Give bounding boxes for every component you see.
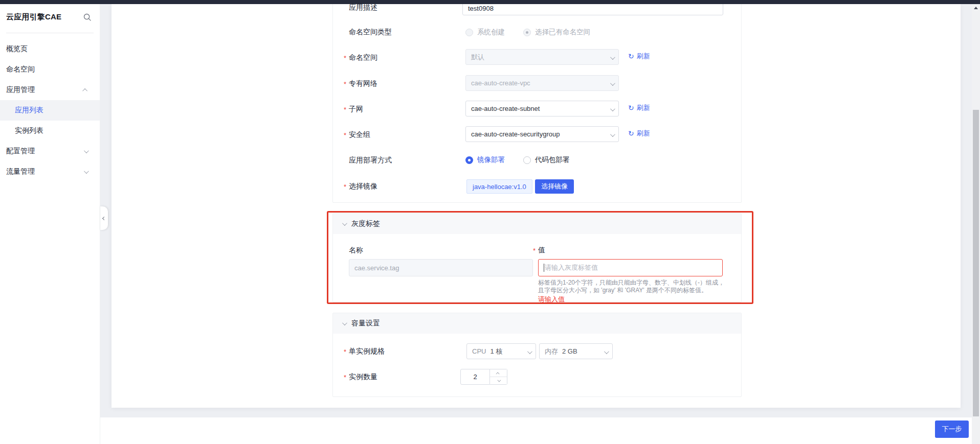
capacity-section-header[interactable]: 容量设置	[333, 313, 741, 334]
radio-label-system-create: 系统创建	[477, 28, 505, 37]
security-group-select[interactable]: cae-auto-create-securitygroup	[465, 126, 619, 142]
namespace-refresh-link[interactable]: ↻ 刷新	[628, 52, 650, 61]
field-label-security-group: 安全组	[349, 130, 370, 139]
subnet-select-value: cae-auto-create-subnet	[471, 105, 540, 112]
memory-prefix: 内存	[545, 347, 558, 356]
chevron-up-icon	[82, 88, 87, 93]
gray-value-input[interactable]: 请输入灰度标签值	[538, 259, 723, 276]
sidebar-item-label: 应用管理	[6, 85, 35, 95]
vpc-select[interactable]: cae-auto-create-vpc	[465, 75, 619, 91]
gray-label-section-header[interactable]: 灰度标签	[333, 214, 741, 234]
instance-count-value: 2	[473, 373, 477, 381]
chevron-down-icon	[342, 320, 347, 325]
gray-value-error: 请输入值	[538, 295, 565, 304]
sidebar-item-namespace[interactable]: 命名空间	[0, 59, 100, 80]
sidebar-item-overview[interactable]: 概览页	[0, 39, 100, 59]
sidebar-item-instance-list[interactable]: 实例列表	[0, 121, 100, 141]
radio-label-image-deploy: 镜像部署	[477, 155, 505, 165]
chevron-down-icon	[527, 349, 532, 354]
sidebar-menu: 概览页 命名空间 应用管理 应用列表 实例列表 配置管理 流量管理	[0, 39, 100, 182]
sidebar-item-config-management[interactable]: 配置管理	[0, 141, 100, 161]
radio-image-deploy[interactable]	[465, 156, 473, 164]
text-cursor	[544, 264, 544, 272]
chevron-down-icon	[342, 221, 347, 226]
field-label-subnet: 子网	[349, 105, 363, 114]
chevron-up-icon	[496, 372, 500, 376]
sidebar-item-label: 配置管理	[6, 147, 35, 156]
sidebar-item-app-list[interactable]: 应用列表	[0, 100, 100, 121]
chevron-left-icon	[102, 216, 106, 220]
refresh-icon: ↻	[628, 53, 634, 60]
sidebar-item-traffic-management[interactable]: 流量管理	[0, 161, 100, 182]
refresh-label: 刷新	[637, 103, 650, 112]
chevron-down-icon	[84, 148, 89, 153]
capacity-section: 容量设置	[332, 313, 742, 397]
instance-count-stepper: 2	[460, 369, 507, 385]
sidebar-item-label: 实例列表	[15, 126, 43, 135]
gray-name-input[interactable]: cae.service.tag	[349, 259, 533, 276]
field-label-spec: 单实例规格	[349, 347, 385, 356]
chevron-down-icon	[84, 169, 89, 174]
deploy-type-radio-group: 镜像部署 代码包部署	[465, 155, 570, 165]
chevron-down-icon	[497, 378, 501, 382]
field-label-image: 选择镜像	[349, 182, 377, 191]
field-label-deploy-type: 应用部署方式	[349, 156, 392, 165]
subnet-select[interactable]: cae-auto-create-subnet	[465, 101, 619, 116]
refresh-label: 刷新	[637, 52, 650, 61]
radio-label-existing-namespace: 选择已有命名空间	[535, 28, 590, 37]
field-label-gray-value: 值	[538, 246, 545, 255]
sidebar-item-label: 应用列表	[15, 106, 43, 115]
capacity-section-title: 容量设置	[351, 319, 380, 328]
refresh-icon: ↻	[628, 130, 634, 137]
scrollbar-up-arrow-icon[interactable]	[974, 7, 978, 9]
sidebar-header: 云应用引擎CAE	[0, 4, 100, 29]
subnet-refresh-link[interactable]: ↻ 刷新	[628, 103, 650, 112]
namespace-select-value: 默认	[471, 53, 484, 62]
instance-count-input[interactable]: 2	[460, 369, 490, 385]
memory-spec-select[interactable]: 内存 2 GB	[539, 343, 613, 359]
security-group-refresh-link[interactable]: ↻ 刷新	[628, 129, 650, 138]
radio-label-code-package-deploy: 代码包部署	[535, 155, 570, 165]
field-label-app-desc: 应用描述	[349, 4, 377, 12]
radio-existing-namespace[interactable]	[523, 29, 531, 36]
chevron-down-icon	[610, 106, 615, 111]
refresh-label: 刷新	[637, 129, 650, 138]
radio-system-create[interactable]	[465, 29, 473, 36]
stepper-buttons	[490, 369, 507, 385]
select-image-button[interactable]: 选择镜像	[535, 179, 574, 194]
next-step-button[interactable]: 下一步	[935, 420, 969, 438]
sidebar-item-app-management[interactable]: 应用管理	[0, 80, 100, 100]
scrollbar-thumb[interactable]	[973, 110, 979, 416]
app-desc-value: test0908	[468, 5, 494, 12]
gray-label-section-title: 灰度标签	[351, 219, 380, 228]
cpu-spec-select[interactable]: CPU 1 核	[466, 343, 536, 359]
top-browser-bar	[0, 0, 980, 4]
namespace-select[interactable]: 默认	[465, 49, 619, 65]
ns-type-radio-group: 系统创建 选择已有命名空间	[465, 28, 590, 37]
sidebar-item-label: 流量管理	[6, 167, 35, 176]
stepper-down-button[interactable]	[490, 377, 507, 384]
memory-value: 2 GB	[562, 347, 577, 355]
footer-bar	[100, 417, 972, 444]
chevron-down-icon	[610, 55, 615, 60]
search-icon[interactable]	[83, 13, 92, 21]
stepper-up-button[interactable]	[490, 369, 507, 377]
chevron-down-icon	[610, 132, 615, 137]
radio-code-package-deploy[interactable]	[523, 156, 531, 164]
app-title: 云应用引擎CAE	[6, 12, 61, 22]
app-desc-input[interactable]: test0908	[462, 4, 723, 15]
vertical-scrollbar[interactable]	[972, 4, 980, 444]
sidebar-item-label: 概览页	[6, 44, 28, 54]
cpu-value: 1 核	[490, 347, 502, 356]
field-label-instance-count: 实例数量	[349, 372, 377, 382]
sidebar-collapse-handle[interactable]	[100, 206, 108, 230]
sidebar-item-label: 命名空间	[6, 65, 35, 74]
field-label-vpc: 专有网络	[349, 79, 377, 88]
field-label-ns-type: 命名空间类型	[349, 28, 392, 37]
form-card: 应用描述 test0908 命名空间类型 系统创建 选择已有命名空间 命名空间 …	[112, 4, 961, 408]
gray-name-value: cae.service.tag	[354, 264, 399, 272]
refresh-icon: ↻	[628, 104, 634, 111]
cpu-prefix: CPU	[472, 347, 486, 355]
field-label-namespace: 命名空间	[349, 53, 377, 62]
chevron-down-icon	[604, 349, 609, 354]
